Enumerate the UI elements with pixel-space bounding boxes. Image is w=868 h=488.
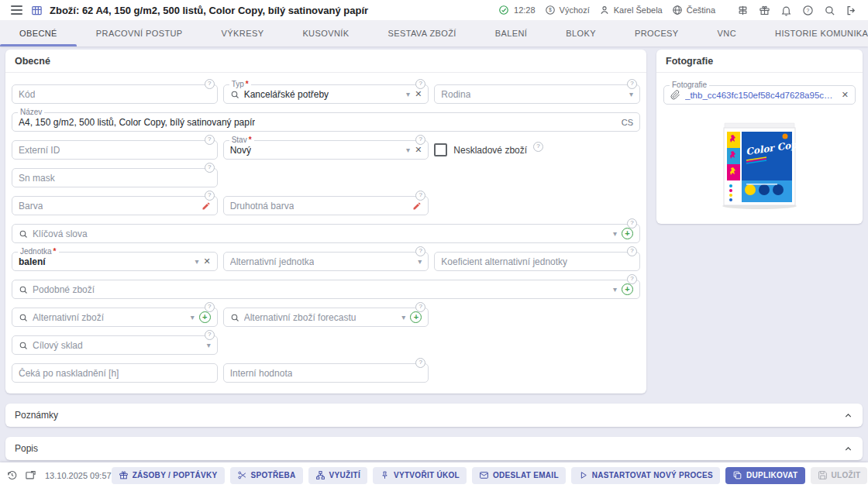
zasoby-poptavky-button[interactable]: ZÁSOBY / POPTÁVKY — [112, 467, 225, 484]
tab-kusovnik[interactable]: KUSOVNÍK — [283, 20, 368, 46]
add-circle-icon[interactable]: + — [622, 284, 633, 295]
sn-mask-field[interactable]: ? Sn mask — [12, 168, 218, 187]
screen-share-icon[interactable] — [25, 469, 36, 481]
signpost-icon[interactable] — [737, 5, 749, 16]
help-badge-icon[interactable]: ? — [205, 163, 215, 173]
stav-field[interactable]: ? Stav* Nový ▾ ✕ — [223, 140, 429, 160]
help-icon[interactable]: ? — [802, 5, 814, 16]
alternativni-zbozi-field[interactable]: ? Alternativní zboží ▾ + — [12, 308, 218, 327]
ulozit-button[interactable]: ULOŽIT — [811, 467, 868, 484]
help-badge-icon[interactable]: ? — [415, 191, 425, 201]
chevron-down-icon[interactable]: ▾ — [406, 91, 410, 98]
remove-photo-icon[interactable]: ✕ — [842, 91, 849, 99]
spotreba-button[interactable]: SPOTŘEBA — [230, 467, 303, 484]
tab-procesy[interactable]: PROCESY — [615, 20, 698, 46]
tab-vnc[interactable]: VNC — [698, 20, 756, 46]
photo-panel-title: Fotografie — [656, 50, 863, 73]
help-badge-icon[interactable]: ? — [205, 330, 215, 340]
hierarchy-icon — [315, 470, 326, 480]
help-badge-icon[interactable]: ? — [205, 191, 215, 201]
description-section-header[interactable]: Popis — [5, 437, 863, 460]
duplikovat-button[interactable]: DUPLIKOVAT — [725, 467, 805, 484]
help-badge-icon[interactable]: ? — [205, 302, 215, 312]
barva-field[interactable]: ? Barva — [12, 196, 218, 215]
kod-field[interactable]: ? Kód — [12, 84, 218, 104]
edit-pencil-icon[interactable] — [412, 201, 422, 211]
help-badge-icon[interactable]: ? — [533, 142, 543, 152]
odeslat-email-button[interactable]: ODESLAT EMAIL — [472, 467, 566, 484]
interni-hodnota-field[interactable]: ? Interní hodnota — [223, 363, 429, 383]
rodina-field[interactable]: ? Rodina ▾ — [434, 84, 640, 104]
chevron-up-icon[interactable] — [843, 411, 853, 421]
tab-vykresy[interactable]: VÝKRESY — [202, 20, 284, 46]
language-selector[interactable]: Čeština — [672, 5, 715, 15]
podobne-zbozi-field[interactable]: ? Podobné zboží ▾ + — [12, 280, 640, 299]
nazev-field[interactable]: Název A4, 150 g/m2, 500 listů, Color Cop… — [12, 112, 640, 132]
general-panel-title: Obecné — [5, 50, 646, 73]
chevron-down-icon[interactable]: ▾ — [401, 314, 405, 321]
logout-icon[interactable] — [846, 5, 857, 16]
fotografie-field[interactable]: Fotografie _thb_cc463fc150ef58c4d7628a95… — [663, 85, 856, 105]
chevron-down-icon[interactable]: ▾ — [613, 230, 617, 238]
tab-pracovni-postup[interactable]: PRACOVNÍ POSTUP — [77, 20, 202, 46]
help-badge-icon[interactable]: ? — [627, 218, 637, 229]
help-badge-icon[interactable]: ? — [415, 79, 425, 89]
koeficient-field[interactable]: ? Koeficient alternativní jednotky — [434, 252, 640, 271]
history-icon[interactable] — [6, 469, 18, 481]
profile-selector[interactable]: $ Výchozí — [545, 5, 590, 15]
user-menu[interactable]: Karel Šebela — [599, 5, 663, 15]
alternativni-zbozi-forecastu-field[interactable]: ? Alternativní zboží forecastu ▾ + — [223, 308, 429, 327]
alternativni-jednotka-field[interactable]: ? Alternativní jednotka ▾ — [223, 252, 429, 271]
edit-pencil-icon[interactable] — [202, 201, 211, 211]
add-circle-icon[interactable]: + — [622, 228, 633, 239]
chevron-up-icon[interactable] — [843, 444, 853, 454]
clear-icon[interactable]: ✕ — [203, 257, 210, 266]
neskladove-zbozi-checkbox[interactable] — [434, 143, 447, 156]
help-badge-icon[interactable]: ? — [205, 135, 215, 145]
tab-bloky[interactable]: BLOKY — [546, 20, 615, 46]
description-section-label: Popis — [15, 443, 38, 454]
help-badge-icon[interactable]: ? — [415, 246, 425, 256]
help-badge-icon[interactable]: ? — [205, 79, 215, 89]
chevron-down-icon[interactable]: ▾ — [406, 146, 410, 154]
notifications-bell-icon[interactable] — [780, 5, 792, 16]
search-icon — [19, 229, 28, 239]
vytvorit-ukol-button[interactable]: VYTVOŘIT ÚKOL — [373, 467, 467, 484]
clear-icon[interactable]: ✕ — [415, 146, 422, 154]
tab-obecne[interactable]: OBECNÉ — [0, 20, 77, 46]
vyuziti-button[interactable]: VYUŽITÍ — [308, 467, 367, 484]
chevron-down-icon[interactable]: ▾ — [207, 342, 211, 349]
externi-id-field[interactable]: ? Externí ID — [12, 140, 218, 160]
clear-icon[interactable]: ✕ — [415, 90, 422, 98]
chevron-down-icon[interactable]: ▾ — [191, 314, 195, 321]
tab-baleni[interactable]: BALENÍ — [476, 20, 547, 46]
ceka-po-naskladneni-field[interactable]: Čeká po naskladnění [h] — [12, 363, 218, 383]
chevron-down-icon[interactable]: ▾ — [195, 258, 198, 266]
druhotna-barva-field[interactable]: ? Druhotná barva — [223, 196, 429, 215]
chevron-down-icon[interactable]: ▾ — [418, 258, 422, 266]
chevron-down-icon[interactable]: ▾ — [613, 286, 617, 294]
add-circle-icon[interactable]: + — [410, 311, 422, 323]
help-badge-icon[interactable]: ? — [627, 246, 637, 256]
tab-sestava-zbozi[interactable]: SESTAVA ZBOŽÍ — [368, 20, 475, 46]
jednotka-field[interactable]: Jednotka* balení ▾ ✕ — [12, 252, 218, 271]
help-badge-icon[interactable]: ? — [415, 302, 425, 312]
gift-icon — [119, 470, 129, 480]
cilovy-sklad-field[interactable]: ? Cílový sklad ▾ — [12, 335, 218, 355]
tab-historie-komunikace[interactable]: HISTORIE KOMUNIKACE — [756, 20, 868, 46]
help-badge-icon[interactable]: ? — [415, 358, 425, 368]
help-badge-icon[interactable]: ? — [627, 274, 637, 284]
typ-field[interactable]: ? Typ* Kancelářské potřeby ▾ ✕ — [223, 84, 429, 104]
gift-icon[interactable] — [759, 5, 770, 16]
chevron-down-icon[interactable]: ▾ — [629, 91, 633, 98]
add-circle-icon[interactable]: + — [199, 311, 211, 323]
nastartovat-novy-proces-button[interactable]: NASTARTOVAT NOVÝ PROCES — [571, 467, 720, 484]
search-icon[interactable] — [824, 5, 835, 16]
hamburger-menu-icon[interactable] — [11, 3, 22, 17]
help-badge-icon[interactable]: ? — [627, 79, 637, 89]
notes-section-header[interactable]: Poznámky — [5, 404, 863, 427]
help-badge-icon[interactable]: ? — [415, 135, 425, 145]
klicova-slova-field[interactable]: ? Klíčová slova ▾ + — [12, 224, 640, 243]
grid-module-icon[interactable] — [31, 5, 43, 16]
photo-filename-link[interactable]: _thb_cc463fc150ef58c4d7628a95c4614fe0.jp… — [685, 91, 837, 100]
